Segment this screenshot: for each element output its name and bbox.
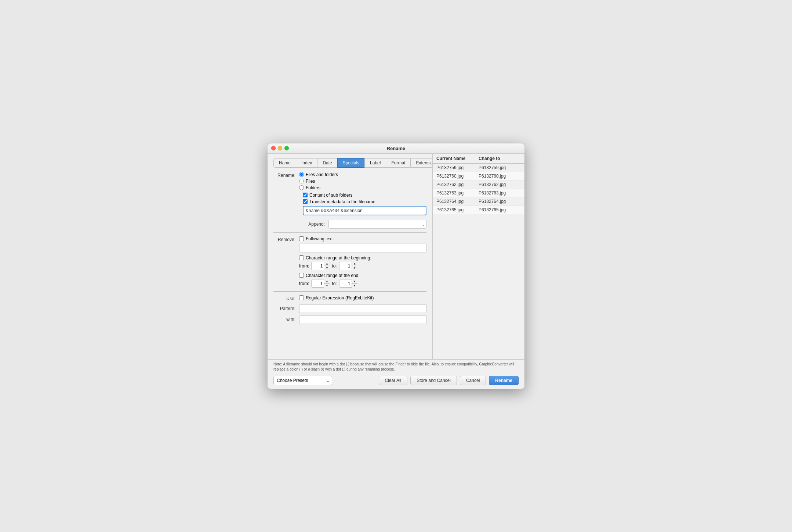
radio-files-input[interactable] <box>299 179 304 183</box>
file-current-name: P6132763.jpg <box>436 190 479 196</box>
rename-window: Rename Name Index Date Specials Label Fo… <box>268 143 524 389</box>
store-cancel-button[interactable]: Store and Cancel <box>410 376 457 385</box>
close-button[interactable] <box>271 146 276 150</box>
tab-specials[interactable]: Specials <box>337 158 364 168</box>
with-input[interactable] <box>299 315 426 324</box>
traffic-lights <box>271 146 289 150</box>
content-sub-folders-input[interactable] <box>303 193 308 197</box>
from-stepper-up-2[interactable]: ▲ <box>324 280 330 284</box>
regex-checkbox[interactable]: Regular Expression (RegExLiteKit) <box>299 295 374 300</box>
tab-format[interactable]: Format <box>386 158 410 168</box>
radio-files[interactable]: Files <box>299 179 338 184</box>
metadata-field[interactable]: &name &0XA434.&extension <box>303 206 426 215</box>
append-select-wrap: ⌄ <box>328 220 426 229</box>
titlebar: Rename <box>268 143 524 154</box>
to-stepper-up-2[interactable]: ▲ <box>352 280 357 284</box>
from-stepper-up-1[interactable]: ▲ <box>324 262 330 266</box>
char-range-beginning-checkbox[interactable]: Character range at the beginning: <box>299 255 426 260</box>
content-sub-folders-label: Content of sub folders <box>309 193 352 198</box>
transfer-metadata-checkbox[interactable]: Transfer metadata to the filename: <box>303 199 426 204</box>
clear-all-button[interactable]: Clear All <box>379 376 408 385</box>
append-row: Append: ⌄ <box>303 220 426 229</box>
file-current-name: P6132764.jpg <box>436 199 479 204</box>
file-list-row: P6132760.jpg P6132760.jpg <box>433 172 524 181</box>
regex-input[interactable] <box>299 295 304 300</box>
char-range-beginning-input[interactable] <box>299 255 304 260</box>
file-list-row: P6132765.jpg P6132765.jpg <box>433 206 524 214</box>
tab-extension[interactable]: Extension <box>410 158 433 168</box>
following-text-input[interactable] <box>299 236 304 241</box>
divider-2 <box>273 291 426 292</box>
append-select[interactable] <box>328 220 426 229</box>
minimize-button[interactable] <box>278 146 282 150</box>
use-row: Use: Regular Expression (RegExLiteKit) <box>273 295 426 302</box>
file-change-name: P6132765.jpg <box>479 207 521 212</box>
window-title: Rename <box>387 146 406 151</box>
tab-index[interactable]: Index <box>296 158 317 168</box>
right-panel: Current Name Change to P6132759.jpg P613… <box>433 154 524 359</box>
note-text: Note: A filename should not begin with a… <box>268 360 524 374</box>
transfer-metadata-label: Transfer metadata to the filename: <box>309 199 377 204</box>
to-input-2-wrap: ▲ ▼ <box>339 280 357 288</box>
radio-files-folders-input[interactable] <box>299 172 304 177</box>
pattern-input[interactable] <box>299 304 426 313</box>
from-stepper-1: ▲ ▼ <box>324 262 330 270</box>
col-header-change: Change to <box>479 156 521 161</box>
left-panel: Name Index Date Specials Label Format Ex… <box>268 154 433 359</box>
char-range-beginning-row: from: ▲ ▼ to: <box>299 262 426 270</box>
preset-wrap: Choose Presets ⌄ <box>273 376 332 385</box>
remove-section: Remove: Following text: <box>273 236 426 288</box>
file-list-row: P6132759.jpg P6132759.jpg <box>433 164 524 172</box>
rename-label: Rename: <box>273 172 299 178</box>
tab-label[interactable]: Label <box>364 158 386 168</box>
remove-options: Following text: Character range at the b… <box>299 236 426 288</box>
file-list-row: P6132762.jpg P6132762.jpg <box>433 181 524 189</box>
transfer-metadata-input[interactable] <box>303 199 308 204</box>
to-input-1-wrap: ▲ ▼ <box>339 262 357 270</box>
from-stepper-down-1[interactable]: ▼ <box>324 266 330 270</box>
char-range-end-row: from: ▲ ▼ to: <box>299 280 426 288</box>
maximize-button[interactable] <box>284 146 289 150</box>
use-label: Use: <box>273 295 299 301</box>
file-current-name: P6132759.jpg <box>436 165 479 170</box>
col-header-current: Current Name <box>436 156 479 161</box>
char-range-end-input[interactable] <box>299 273 304 278</box>
rename-row: Rename: Files and folders Files Folde <box>273 172 426 190</box>
file-current-name: P6132765.jpg <box>436 207 479 212</box>
radio-folders[interactable]: Folders <box>299 185 338 190</box>
from-input-1-wrap: ▲ ▼ <box>311 262 330 270</box>
tab-date[interactable]: Date <box>317 158 337 168</box>
divider-1 <box>273 232 426 233</box>
char-range-end-label: Character range at the end: <box>306 273 360 278</box>
from-label-1: from: <box>299 263 309 269</box>
bottom-bar: Note: A filename should not begin with a… <box>268 359 524 389</box>
following-text-checkbox[interactable]: Following text: <box>299 236 426 241</box>
from-stepper-2: ▲ ▼ <box>324 280 330 288</box>
to-label-2: to: <box>332 281 337 286</box>
char-range-end-checkbox[interactable]: Character range at the end: <box>299 273 426 278</box>
following-text-field[interactable] <box>299 244 426 252</box>
following-text-group: Following text: <box>299 236 426 252</box>
file-list-header: Current Name Change to <box>433 154 524 164</box>
cancel-button[interactable]: Cancel <box>460 376 486 385</box>
file-current-name: P6132760.jpg <box>436 174 479 179</box>
content-sub-folders-checkbox[interactable]: Content of sub folders <box>303 193 426 198</box>
radio-folders-input[interactable] <box>299 185 304 190</box>
preset-select[interactable]: Choose Presets <box>273 376 332 385</box>
tab-name[interactable]: Name <box>273 158 296 168</box>
regex-label: Regular Expression (RegExLiteKit) <box>306 295 374 300</box>
to-stepper-down-2[interactable]: ▼ <box>352 284 357 288</box>
from-stepper-down-2[interactable]: ▼ <box>324 284 330 288</box>
following-text-label: Following text: <box>306 236 334 241</box>
to-stepper-down-1[interactable]: ▼ <box>352 266 357 270</box>
radio-files-folders-label: Files and folders <box>306 172 338 177</box>
file-change-name: P6132764.jpg <box>479 199 521 204</box>
from-input-2-wrap: ▲ ▼ <box>311 280 330 288</box>
to-stepper-2: ▲ ▼ <box>352 280 357 288</box>
radio-files-folders[interactable]: Files and folders <box>299 172 338 177</box>
file-change-name: P6132763.jpg <box>479 190 521 196</box>
rename-button[interactable]: Rename <box>489 376 519 385</box>
to-stepper-up-1[interactable]: ▲ <box>352 262 357 266</box>
file-current-name: P6132762.jpg <box>436 182 479 187</box>
file-list-row: P6132763.jpg P6132763.jpg <box>433 189 524 197</box>
